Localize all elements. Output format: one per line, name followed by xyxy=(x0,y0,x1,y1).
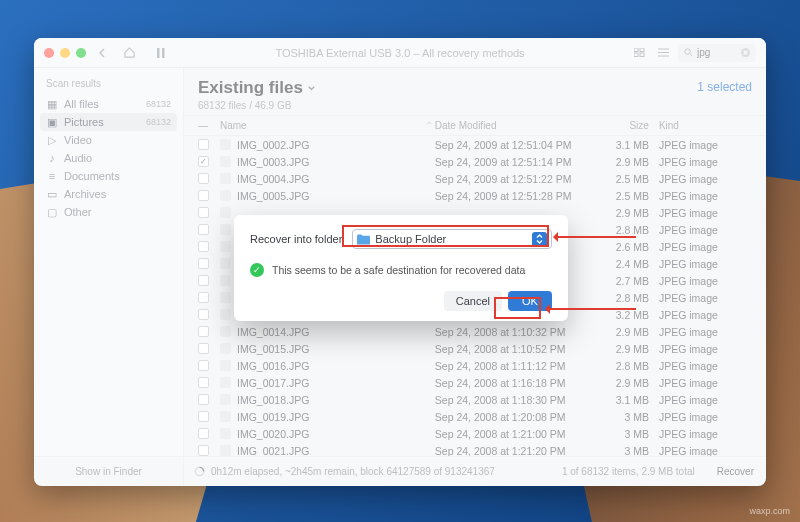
search-input[interactable] xyxy=(697,47,737,58)
file-date: Sep 24, 2008 at 1:16:18 PM xyxy=(435,377,584,389)
column-name[interactable]: Name xyxy=(220,120,425,131)
row-checkbox[interactable] xyxy=(198,309,209,320)
row-checkbox[interactable] xyxy=(198,207,209,218)
column-kind[interactable]: Kind xyxy=(659,120,752,131)
row-checkbox[interactable] xyxy=(198,173,209,184)
table-row[interactable]: IMG_0017.JPG Sep 24, 2008 at 1:16:18 PM … xyxy=(184,374,766,391)
close-window-button[interactable] xyxy=(44,48,54,58)
table-row[interactable]: IMG_0015.JPG Sep 24, 2008 at 1:10:52 PM … xyxy=(184,340,766,357)
file-icon xyxy=(220,241,231,252)
sort-indicator-icon: ⌃ xyxy=(425,120,435,131)
file-size: 3.1 MB xyxy=(584,394,659,406)
show-in-finder-button[interactable]: Show in Finder xyxy=(34,457,184,486)
home-icon[interactable] xyxy=(120,44,138,62)
row-checkbox[interactable] xyxy=(198,360,209,371)
svg-rect-3 xyxy=(640,48,644,52)
selection-count: 1 selected xyxy=(697,78,752,94)
archive-icon: ▭ xyxy=(46,188,58,200)
file-size: 2.9 MB xyxy=(584,207,659,219)
row-checkbox[interactable] xyxy=(198,343,209,354)
sidebar-item-other[interactable]: ▢ Other xyxy=(40,203,177,221)
file-kind: JPEG image xyxy=(659,207,752,219)
image-icon: ▣ xyxy=(46,116,58,128)
row-checkbox[interactable] xyxy=(198,241,209,252)
row-checkbox[interactable] xyxy=(198,377,209,388)
row-checkbox[interactable] xyxy=(198,394,209,405)
row-checkbox[interactable] xyxy=(198,224,209,235)
column-checkbox[interactable]: — xyxy=(198,120,220,131)
file-kind: JPEG image xyxy=(659,224,752,236)
cancel-button[interactable]: Cancel xyxy=(444,291,502,311)
file-name: IMG_0017.JPG xyxy=(237,377,309,389)
minimize-window-button[interactable] xyxy=(60,48,70,58)
grid-view-icon[interactable] xyxy=(630,44,648,62)
file-name: IMG_0021.JPG xyxy=(237,445,309,457)
row-checkbox[interactable] xyxy=(198,326,209,337)
table-row[interactable]: IMG_0019.JPG Sep 24, 2008 at 1:20:08 PM … xyxy=(184,408,766,425)
file-icon xyxy=(220,394,231,405)
file-kind: JPEG image xyxy=(659,360,752,372)
clear-search-icon[interactable] xyxy=(741,48,750,57)
maximize-window-button[interactable] xyxy=(76,48,86,58)
sidebar: Scan results ▦ All files 68132▣ Pictures… xyxy=(34,68,184,456)
sidebar-item-documents[interactable]: ≡ Documents xyxy=(40,167,177,185)
svg-rect-2 xyxy=(634,48,638,52)
sidebar-item-pictures[interactable]: ▣ Pictures 68132 xyxy=(40,113,177,131)
file-size: 3 MB xyxy=(584,445,659,457)
row-checkbox[interactable] xyxy=(198,428,209,439)
file-kind: JPEG image xyxy=(659,428,752,440)
column-date[interactable]: Date Modified xyxy=(435,120,584,131)
svg-point-9 xyxy=(685,49,690,54)
file-icon xyxy=(220,190,231,201)
row-checkbox[interactable] xyxy=(198,445,209,456)
sidebar-item-audio[interactable]: ♪ Audio xyxy=(40,149,177,167)
page-title[interactable]: Existing files xyxy=(198,78,316,98)
table-row[interactable]: IMG_0002.JPG Sep 24, 2009 at 12:51:04 PM… xyxy=(184,136,766,153)
file-size: 2.9 MB xyxy=(584,326,659,338)
table-row[interactable]: IMG_0005.JPG Sep 24, 2009 at 12:51:28 PM… xyxy=(184,187,766,204)
sidebar-item-video[interactable]: ▷ Video xyxy=(40,131,177,149)
search-field[interactable] xyxy=(678,44,756,62)
file-icon xyxy=(220,326,231,337)
file-size: 2.5 MB xyxy=(584,190,659,202)
row-checkbox[interactable] xyxy=(198,258,209,269)
ok-button[interactable]: OK xyxy=(508,291,552,311)
pause-icon[interactable] xyxy=(152,44,170,62)
footer: Show in Finder 0h12m elapsed, ~2h45m rem… xyxy=(34,456,766,486)
row-checkbox[interactable] xyxy=(198,139,209,150)
table-row[interactable]: IMG_0014.JPG Sep 24, 2008 at 1:10:32 PM … xyxy=(184,323,766,340)
doc-icon: ≡ xyxy=(46,170,58,182)
back-button[interactable] xyxy=(94,44,112,62)
table-row[interactable]: IMG_0004.JPG Sep 24, 2009 at 12:51:22 PM… xyxy=(184,170,766,187)
row-checkbox[interactable] xyxy=(198,190,209,201)
file-size: 2.8 MB xyxy=(584,224,659,236)
file-icon xyxy=(220,360,231,371)
file-kind: JPEG image xyxy=(659,190,752,202)
list-view-icon[interactable] xyxy=(654,44,672,62)
file-name: IMG_0004.JPG xyxy=(237,173,309,185)
recover-button[interactable]: Recover xyxy=(705,466,766,477)
row-checkbox[interactable] xyxy=(198,411,209,422)
grid-icon: ▦ xyxy=(46,98,58,110)
folder-select-arrows-icon[interactable] xyxy=(532,232,547,247)
table-row[interactable]: IMG_0016.JPG Sep 24, 2008 at 1:11:12 PM … xyxy=(184,357,766,374)
folder-select[interactable]: Backup Folder xyxy=(352,229,552,249)
file-date: Sep 24, 2008 at 1:11:12 PM xyxy=(435,360,584,372)
table-row[interactable]: IMG_0018.JPG Sep 24, 2008 at 1:18:30 PM … xyxy=(184,391,766,408)
table-row[interactable]: IMG_0020.JPG Sep 24, 2008 at 1:21:00 PM … xyxy=(184,425,766,442)
sidebar-item-all-files[interactable]: ▦ All files 68132 xyxy=(40,95,177,113)
row-checkbox[interactable] xyxy=(198,275,209,286)
column-size[interactable]: Size xyxy=(584,120,659,131)
file-icon xyxy=(220,275,231,286)
table-row[interactable]: IMG_0021.JPG Sep 24, 2008 at 1:21:20 PM … xyxy=(184,442,766,456)
sidebar-item-archives[interactable]: ▭ Archives xyxy=(40,185,177,203)
row-checkbox[interactable]: ✓ xyxy=(198,156,209,167)
file-icon xyxy=(220,224,231,235)
table-row[interactable]: ✓ IMG_0003.JPG Sep 24, 2009 at 12:51:14 … xyxy=(184,153,766,170)
row-checkbox[interactable] xyxy=(198,292,209,303)
file-date: Sep 24, 2009 at 12:51:14 PM xyxy=(435,156,584,168)
file-kind: JPEG image xyxy=(659,343,752,355)
file-size: 3 MB xyxy=(584,428,659,440)
file-icon xyxy=(220,292,231,303)
file-size: 2.9 MB xyxy=(584,377,659,389)
